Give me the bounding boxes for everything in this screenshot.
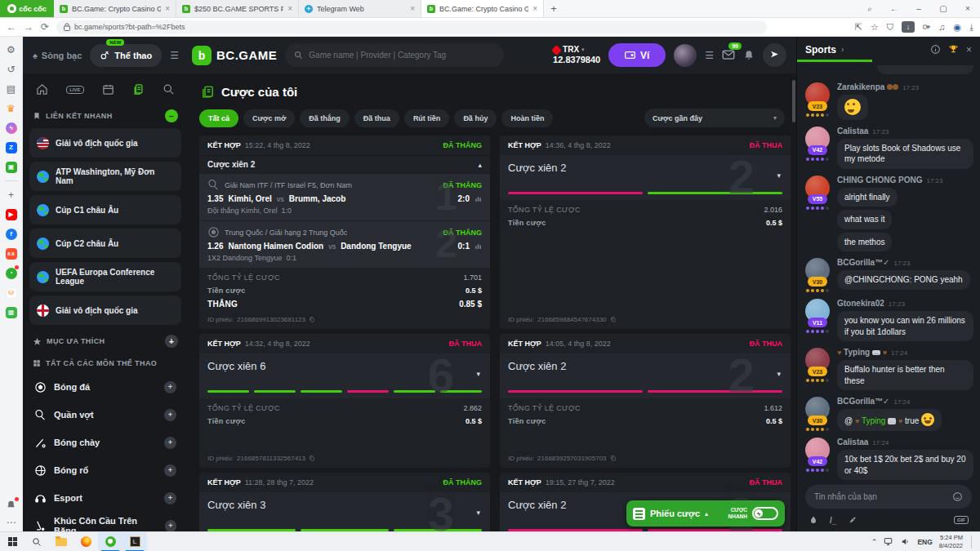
history-icon[interactable]: ↺	[5, 63, 17, 75]
expand-sport-button[interactable]: +	[164, 492, 176, 504]
bet-card[interactable]: KẾT HỢP14:36, 4 thg 8, 2022ĐÃ THUA2Cược …	[500, 136, 791, 329]
trophy-icon[interactable]	[948, 44, 959, 55]
bell-icon[interactable]	[743, 49, 755, 61]
youtube-icon[interactable]: ▶	[5, 208, 17, 220]
close-tab-icon[interactable]: ×	[532, 4, 537, 13]
chat-username[interactable]: Zarakikenpa	[837, 82, 898, 91]
bet-name-row[interactable]: 2Cược xiên 2▾	[500, 155, 791, 200]
sort-dropdown[interactable]: Cược gần đây ▾	[644, 109, 785, 127]
chat-tab-sports[interactable]: Sports	[805, 44, 836, 56]
bet-card[interactable]: KẾT HỢP15:22, 4 thg 8, 2022ĐÃ THẮNGCược …	[199, 136, 490, 329]
sidebar-sport-basketball[interactable]: Bóng rổ+	[29, 456, 181, 484]
filter-tab[interactable]: Hoàn tiền	[501, 109, 553, 127]
copy-icon[interactable]	[309, 455, 315, 462]
sidebar-search-icon[interactable]	[163, 83, 175, 96]
filter-tab[interactable]: Đã thua	[354, 109, 399, 127]
news-icon[interactable]: ▤	[5, 82, 17, 95]
collapse-quick-links-button[interactable]: –	[165, 109, 178, 122]
forward-icon[interactable]: →	[24, 22, 33, 32]
clock[interactable]: 5:24 PM8/4/2022	[939, 534, 963, 550]
quick-link-item[interactable]: Giải vô địch quốc gia	[29, 128, 181, 158]
download-box-icon[interactable]: ↓	[902, 21, 915, 33]
sidebar-sport-tennis[interactable]: Quần vợt+	[29, 401, 181, 429]
sale-bag-icon[interactable]: 8.8	[5, 247, 17, 260]
bet-name-row[interactable]: 6Cược xiên 6▾	[199, 353, 490, 398]
betslip-button[interactable]: Phiếu cược ▴ CƯỢCNHANH ϟ	[626, 500, 785, 527]
emoji-icon[interactable]	[952, 491, 963, 502]
zalo-icon[interactable]: Z	[5, 141, 17, 153]
address-bar[interactable]: bc.game/sports?bt-path=%2Fbets	[56, 20, 767, 34]
chat-username[interactable]: ♥ Typing … ♥	[837, 348, 887, 357]
messenger-icon[interactable]: ϟ	[5, 122, 17, 134]
back-icon[interactable]: ←	[7, 22, 16, 32]
commands-icon[interactable]: /_	[830, 516, 836, 525]
avatar[interactable]	[674, 44, 697, 67]
chat-username[interactable]: Gtonekira02	[837, 299, 884, 308]
copy-icon[interactable]	[610, 316, 617, 323]
add-favorite-button[interactable]: +	[165, 335, 178, 348]
bet-name-row[interactable]: 2Cược xiên 2▾	[500, 353, 791, 398]
browser-tab[interactable]: bBC.Game: Crypto Casino Gan×	[421, 0, 544, 17]
maximize-button[interactable]: ▢	[931, 4, 956, 13]
more-icon[interactable]: ⋯	[5, 516, 17, 528]
live-icon[interactable]: LIVE	[66, 86, 83, 94]
quick-bet-toggle[interactable]: ϟ	[752, 507, 778, 520]
close-chat-icon[interactable]: ×	[966, 44, 972, 56]
quick-link-item[interactable]: UEFA Europa Conference League	[29, 262, 181, 291]
browser-tab[interactable]: ✈Telegram Web×	[299, 0, 421, 17]
cart-icon[interactable]: ⛁	[5, 287, 17, 299]
home-icon[interactable]	[36, 83, 48, 96]
stats-icon[interactable]	[474, 242, 482, 250]
chat-message-input[interactable]: Tin nhắn của bạn	[805, 485, 972, 509]
add-icon[interactable]: +	[5, 189, 17, 201]
chevron-right-icon[interactable]: ›	[841, 45, 844, 54]
chat-username[interactable]: BCGorilla™✓	[837, 258, 890, 267]
filter-tab[interactable]: Rút tiền	[404, 109, 450, 127]
rain-icon[interactable]	[808, 515, 818, 525]
browser-tab[interactable]: b$250 BC.GAME SPORTS PARL×	[176, 0, 299, 17]
profile-menu-icon[interactable]: ☰	[705, 50, 714, 61]
filter-tab[interactable]: Cược mở	[243, 109, 295, 127]
mail-button[interactable]: 99	[722, 48, 735, 63]
expand-sport-button[interactable]: +	[164, 464, 176, 477]
filter-tab[interactable]: Đã thắng	[300, 109, 350, 127]
wallet-button[interactable]: Ví	[608, 43, 666, 67]
music-icon[interactable]: ♫	[938, 22, 945, 32]
bet-card[interactable]: KẾT HỢP14:05, 4 thg 8, 2022ĐÃ THUA2Cược …	[500, 334, 791, 468]
firefox-icon[interactable]	[74, 532, 98, 551]
menu-icon[interactable]: ☰	[170, 50, 179, 61]
minimize-button[interactable]: –	[906, 4, 931, 13]
chat-toggle-button[interactable]	[763, 43, 786, 67]
bell-icon[interactable]	[5, 499, 17, 511]
balance-selector[interactable]: TRX ▾ 12.8379840	[553, 45, 600, 64]
quick-link-item[interactable]: Cúp C1 châu Âu	[29, 195, 181, 224]
games-icon[interactable]: ▣	[5, 161, 17, 173]
reload-icon[interactable]: ⟳	[41, 22, 49, 32]
calendar-icon[interactable]	[102, 83, 114, 96]
league-of-legends-icon[interactable]: L	[122, 532, 147, 551]
bet-name-row[interactable]: 3Cược xiên 3▾	[199, 492, 490, 531]
close-button[interactable]: ×	[956, 4, 980, 13]
tab-search-icon[interactable]: ⌕	[858, 4, 882, 14]
coccoc-brand[interactable]: cốc cốc	[0, 0, 54, 17]
bcgame-logo[interactable]: b BC.GAME	[192, 46, 277, 65]
coccoc-go-icon[interactable]: ◔	[5, 267, 17, 279]
facebook-icon[interactable]: f	[5, 228, 17, 240]
expand-sport-button[interactable]: +	[164, 437, 176, 449]
bet-card[interactable]: KẾT HỢP11:28, 28 thg 7, 2022ĐÃ THẮNG3Cượ…	[199, 473, 490, 531]
show-desktop-edge[interactable]	[971, 535, 972, 549]
browser-tab[interactable]: bBC.Game: Crypto Casino Gan×	[54, 0, 176, 17]
extensions-icon[interactable]: ⚩	[923, 22, 930, 33]
star-icon[interactable]: ☆	[871, 22, 879, 33]
chat-username[interactable]: Calistaa	[837, 438, 868, 447]
stats-icon[interactable]	[474, 195, 482, 202]
close-tab-icon[interactable]: ×	[410, 4, 415, 13]
rocket-icon[interactable]	[848, 515, 858, 525]
info-icon[interactable]	[930, 44, 941, 55]
downloads-tray-icon[interactable]: ⤓	[969, 22, 973, 33]
sidebar-sport-baseball[interactable]: Bóng chày+	[29, 429, 181, 456]
volume-icon[interactable]	[901, 537, 911, 546]
filter-active[interactable]: Tất cả	[199, 109, 238, 127]
coccoc-taskbar-icon[interactable]	[98, 532, 122, 551]
shield-icon[interactable]: ⛉	[887, 22, 893, 33]
